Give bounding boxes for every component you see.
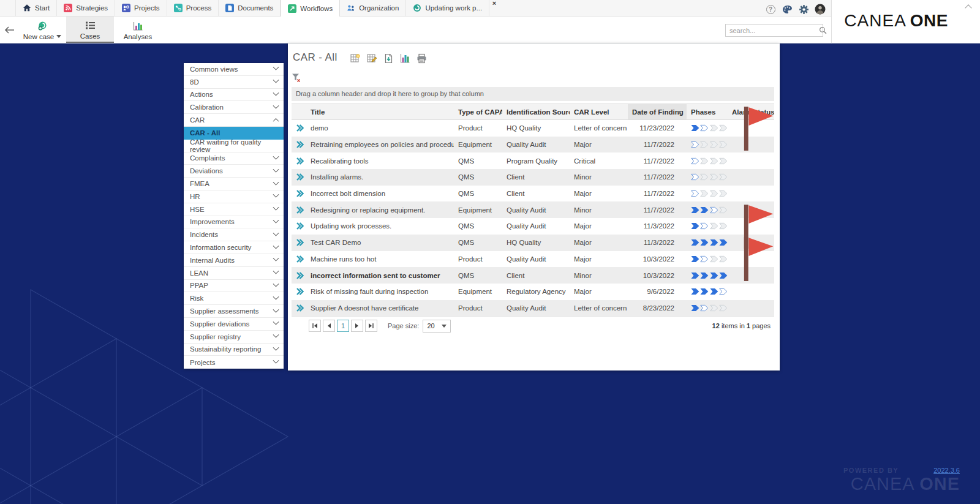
analyses-button[interactable]: Analyses [114, 17, 162, 43]
cases-label: Cases [80, 32, 100, 40]
sidebar-item-internal-audits[interactable]: Internal Audits [184, 254, 284, 267]
sidebar-item-fmea[interactable]: FMEA [184, 178, 284, 190]
tab-workflows[interactable]: Workflows [281, 0, 340, 17]
sidebar-item-improvements[interactable]: Improvements [184, 216, 284, 229]
cases-button[interactable]: Cases [66, 17, 114, 43]
table-row[interactable]: Incorrect bolt dimension QMS Client Majo… [292, 186, 774, 202]
column-header-car-level[interactable]: CAR Level [570, 108, 628, 116]
export-icon[interactable] [383, 53, 394, 64]
sidebar-item-supplier-assessments[interactable]: Supplier assessments [184, 305, 284, 318]
sidebar-item-projects[interactable]: Projects [184, 356, 284, 369]
sidebar-item-information-security[interactable]: Information security [184, 241, 284, 254]
cell-car-level: Major [570, 288, 628, 295]
sidebar-item-car-waiting-for-quality-review[interactable]: CAR waiting for quality review [184, 140, 284, 152]
new-view-icon[interactable] [350, 53, 361, 64]
expand-row-icon[interactable] [295, 124, 304, 132]
settings-gear-icon[interactable] [798, 4, 809, 15]
expand-row-icon[interactable] [295, 140, 304, 149]
sidebar-item-car-all[interactable]: CAR - All [184, 127, 284, 140]
cell-title: Recalibrating tools [306, 157, 454, 165]
column-header-date-of-finding[interactable]: Date of Finding [628, 104, 687, 119]
column-header-phases[interactable]: Phases [687, 108, 728, 116]
group-by-hint[interactable]: Drag a column header and drop it here to… [292, 87, 774, 101]
tab-projects[interactable]: Projects [115, 0, 167, 16]
back-arrow-icon[interactable] [0, 17, 18, 43]
table-row[interactable]: Machine runs too hot Product Quality Aud… [292, 251, 774, 268]
expand-row-icon[interactable] [295, 271, 304, 280]
next-page-button[interactable] [351, 320, 363, 332]
column-header-title[interactable]: Title [306, 108, 454, 116]
user-avatar[interactable] [815, 4, 826, 15]
print-icon[interactable] [417, 53, 427, 64]
table-row[interactable]: Retraining employees on policies and pro… [292, 137, 774, 153]
clear-filter-icon[interactable] [292, 73, 301, 83]
expand-row-icon[interactable] [295, 206, 304, 214]
column-header-identification-source[interactable]: Identification Source [502, 108, 570, 116]
sidebar-item-ppap[interactable]: PPAP [184, 280, 284, 293]
sidebar-item-actions[interactable]: Actions [184, 89, 284, 102]
sidebar-item-supplier-deviations[interactable]: Supplier deviations [184, 318, 284, 331]
tab-process[interactable]: Process [167, 0, 219, 16]
sidebar-item-risk[interactable]: Risk [184, 292, 284, 305]
cell-identification-source: HQ Quality [502, 239, 570, 246]
page-size-select[interactable]: 20 [423, 320, 451, 333]
expand-row-icon[interactable] [295, 173, 304, 181]
theme-palette-icon[interactable] [782, 4, 793, 15]
tab-documents[interactable]: Documents [219, 0, 281, 16]
chevron-up-icon [273, 118, 279, 124]
expand-row-icon[interactable] [295, 287, 304, 296]
expand-row-icon[interactable] [295, 222, 304, 230]
sidebar-item-lean[interactable]: LEAN [184, 267, 284, 280]
edit-view-icon[interactable] [367, 53, 377, 64]
search-input[interactable] [726, 27, 819, 34]
new-case-button[interactable]: New case [18, 17, 66, 43]
table-row[interactable]: Updating work processes. QMS Quality Aud… [292, 218, 774, 235]
canea-one-logo: CANEAONE [844, 11, 948, 31]
table-row[interactable]: Recalibrating tools QMS Program Quality … [292, 152, 774, 169]
app-tab-strip: Start Strategies Projects Process Docume… [0, 0, 831, 17]
expand-row-icon[interactable] [295, 238, 304, 247]
sidebar-item-supplier-registry[interactable]: Supplier registry [184, 331, 284, 344]
expand-row-icon[interactable] [295, 255, 304, 263]
expand-row-icon[interactable] [295, 189, 304, 198]
help-icon[interactable]: ? [765, 4, 776, 15]
sidebar-item-deviations[interactable]: Deviations [184, 165, 284, 178]
tab-start[interactable]: Start [15, 0, 57, 16]
sidebar-item-hse[interactable]: HSE [184, 203, 284, 216]
column-header-type-of-capa[interactable]: Type of CAPA [454, 108, 502, 116]
tab-updating-work-p[interactable]: Updating work p... × [406, 0, 489, 16]
sidebar-item-common-views[interactable]: Common views [184, 63, 284, 76]
table-row[interactable]: Installing alarms. QMS Client Minor 11/7… [292, 169, 774, 186]
sidebar-item-label: Complaints [190, 154, 225, 162]
chevron-down-icon [273, 358, 279, 364]
table-row[interactable]: demo Product HQ Quality Letter of concer… [292, 120, 774, 137]
sidebar-item-hr[interactable]: HR [184, 190, 284, 203]
collapse-header-icon[interactable] [965, 4, 971, 10]
first-page-button[interactable] [309, 320, 321, 332]
version-link[interactable]: 2022.3.6 [933, 467, 960, 474]
sidebar-item-car[interactable]: CAR [184, 114, 284, 127]
chart-icon[interactable] [400, 53, 410, 64]
expand-row-icon[interactable] [295, 157, 304, 165]
previous-page-button[interactable] [323, 320, 335, 332]
table-row[interactable]: Test CAR Demo QMS HQ Quality Major 11/3/… [292, 235, 774, 251]
sidebar-item-sustainability-reporting[interactable]: Sustainability reporting [184, 344, 284, 356]
close-tab-icon[interactable]: × [492, 0, 496, 6]
table-row[interactable]: incorrect information sent to customer Q… [292, 267, 774, 284]
cell-title: Updating work processes. [306, 222, 454, 230]
tab-organization[interactable]: Organization [340, 0, 406, 16]
chevron-down-icon [273, 90, 279, 96]
table-row[interactable]: Risk of missing fault during inspection … [292, 284, 774, 300]
tab-strategies[interactable]: Strategies [57, 0, 115, 16]
sidebar-item-complaints[interactable]: Complaints [184, 152, 284, 165]
sidebar-item-incidents[interactable]: Incidents [184, 228, 284, 241]
sidebar-item-calibration[interactable]: Calibration [184, 101, 284, 114]
table-row[interactable]: Supplier A doesnot have certificate Prod… [292, 300, 774, 317]
search-icon[interactable] [819, 26, 827, 34]
table-row[interactable]: Redesigning or replacing equipment. Equi… [292, 201, 774, 218]
cell-identification-source: Quality Audit [502, 141, 570, 148]
last-page-button[interactable] [365, 320, 377, 332]
expand-row-icon[interactable] [295, 304, 304, 312]
current-page-button[interactable]: 1 [337, 320, 349, 332]
sidebar-item-8d[interactable]: 8D [184, 76, 284, 89]
